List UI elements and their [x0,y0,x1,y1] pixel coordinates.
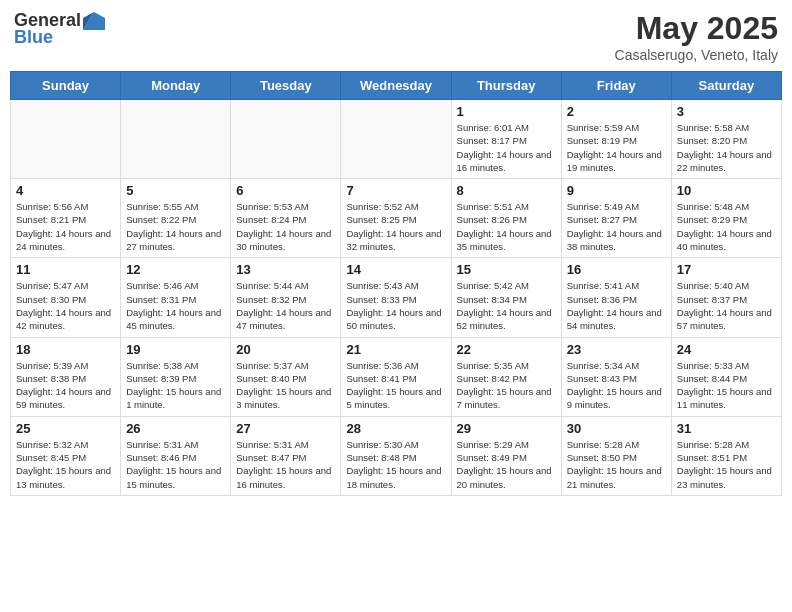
day-info: Sunrise: 5:55 AMSunset: 8:22 PMDaylight:… [126,200,225,253]
calendar-cell [341,100,451,179]
calendar-cell: 2Sunrise: 5:59 AMSunset: 8:19 PMDaylight… [561,100,671,179]
day-info: Sunrise: 5:37 AMSunset: 8:40 PMDaylight:… [236,359,335,412]
calendar-cell: 16Sunrise: 5:41 AMSunset: 8:36 PMDayligh… [561,258,671,337]
calendar-cell: 8Sunrise: 5:51 AMSunset: 8:26 PMDaylight… [451,179,561,258]
day-info: Sunrise: 5:43 AMSunset: 8:33 PMDaylight:… [346,279,445,332]
day-number: 2 [567,104,666,119]
calendar-cell: 1Sunrise: 6:01 AMSunset: 8:17 PMDaylight… [451,100,561,179]
calendar-cell: 28Sunrise: 5:30 AMSunset: 8:48 PMDayligh… [341,416,451,495]
day-number: 8 [457,183,556,198]
calendar-cell: 4Sunrise: 5:56 AMSunset: 8:21 PMDaylight… [11,179,121,258]
day-info: Sunrise: 5:56 AMSunset: 8:21 PMDaylight:… [16,200,115,253]
day-number: 4 [16,183,115,198]
day-info: Sunrise: 5:40 AMSunset: 8:37 PMDaylight:… [677,279,776,332]
calendar-cell: 18Sunrise: 5:39 AMSunset: 8:38 PMDayligh… [11,337,121,416]
day-info: Sunrise: 5:49 AMSunset: 8:27 PMDaylight:… [567,200,666,253]
calendar-week-row: 25Sunrise: 5:32 AMSunset: 8:45 PMDayligh… [11,416,782,495]
day-number: 26 [126,421,225,436]
logo: General Blue [14,10,105,48]
calendar-table: SundayMondayTuesdayWednesdayThursdayFrid… [10,71,782,496]
day-number: 3 [677,104,776,119]
day-info: Sunrise: 5:58 AMSunset: 8:20 PMDaylight:… [677,121,776,174]
day-of-week-header: Saturday [671,72,781,100]
calendar-week-row: 11Sunrise: 5:47 AMSunset: 8:30 PMDayligh… [11,258,782,337]
day-of-week-header: Thursday [451,72,561,100]
calendar-cell: 13Sunrise: 5:44 AMSunset: 8:32 PMDayligh… [231,258,341,337]
day-info: Sunrise: 5:47 AMSunset: 8:30 PMDaylight:… [16,279,115,332]
day-number: 12 [126,262,225,277]
day-info: Sunrise: 5:48 AMSunset: 8:29 PMDaylight:… [677,200,776,253]
calendar-cell [121,100,231,179]
calendar-week-row: 18Sunrise: 5:39 AMSunset: 8:38 PMDayligh… [11,337,782,416]
calendar-cell: 15Sunrise: 5:42 AMSunset: 8:34 PMDayligh… [451,258,561,337]
calendar-cell: 30Sunrise: 5:28 AMSunset: 8:50 PMDayligh… [561,416,671,495]
page-header: General Blue May 2025 Casalserugo, Venet… [10,10,782,63]
day-info: Sunrise: 5:28 AMSunset: 8:51 PMDaylight:… [677,438,776,491]
day-info: Sunrise: 5:42 AMSunset: 8:34 PMDaylight:… [457,279,556,332]
day-info: Sunrise: 5:53 AMSunset: 8:24 PMDaylight:… [236,200,335,253]
day-of-week-header: Wednesday [341,72,451,100]
day-of-week-header: Monday [121,72,231,100]
calendar-cell: 23Sunrise: 5:34 AMSunset: 8:43 PMDayligh… [561,337,671,416]
day-info: Sunrise: 5:59 AMSunset: 8:19 PMDaylight:… [567,121,666,174]
calendar-cell [231,100,341,179]
day-number: 7 [346,183,445,198]
day-number: 19 [126,342,225,357]
day-info: Sunrise: 6:01 AMSunset: 8:17 PMDaylight:… [457,121,556,174]
calendar-cell: 31Sunrise: 5:28 AMSunset: 8:51 PMDayligh… [671,416,781,495]
day-number: 11 [16,262,115,277]
day-number: 31 [677,421,776,436]
day-info: Sunrise: 5:30 AMSunset: 8:48 PMDaylight:… [346,438,445,491]
calendar-week-row: 1Sunrise: 6:01 AMSunset: 8:17 PMDaylight… [11,100,782,179]
day-info: Sunrise: 5:35 AMSunset: 8:42 PMDaylight:… [457,359,556,412]
day-number: 29 [457,421,556,436]
calendar-cell: 25Sunrise: 5:32 AMSunset: 8:45 PMDayligh… [11,416,121,495]
day-info: Sunrise: 5:52 AMSunset: 8:25 PMDaylight:… [346,200,445,253]
day-info: Sunrise: 5:31 AMSunset: 8:47 PMDaylight:… [236,438,335,491]
calendar-week-row: 4Sunrise: 5:56 AMSunset: 8:21 PMDaylight… [11,179,782,258]
logo-blue-text: Blue [14,27,53,48]
day-number: 22 [457,342,556,357]
day-info: Sunrise: 5:34 AMSunset: 8:43 PMDaylight:… [567,359,666,412]
day-info: Sunrise: 5:41 AMSunset: 8:36 PMDaylight:… [567,279,666,332]
day-info: Sunrise: 5:51 AMSunset: 8:26 PMDaylight:… [457,200,556,253]
day-of-week-header: Friday [561,72,671,100]
day-info: Sunrise: 5:28 AMSunset: 8:50 PMDaylight:… [567,438,666,491]
day-info: Sunrise: 5:38 AMSunset: 8:39 PMDaylight:… [126,359,225,412]
day-info: Sunrise: 5:33 AMSunset: 8:44 PMDaylight:… [677,359,776,412]
day-info: Sunrise: 5:39 AMSunset: 8:38 PMDaylight:… [16,359,115,412]
calendar-cell: 6Sunrise: 5:53 AMSunset: 8:24 PMDaylight… [231,179,341,258]
month-title: May 2025 [615,10,778,47]
calendar-cell: 21Sunrise: 5:36 AMSunset: 8:41 PMDayligh… [341,337,451,416]
day-number: 13 [236,262,335,277]
day-number: 14 [346,262,445,277]
day-number: 6 [236,183,335,198]
day-number: 1 [457,104,556,119]
day-number: 5 [126,183,225,198]
calendar-cell: 3Sunrise: 5:58 AMSunset: 8:20 PMDaylight… [671,100,781,179]
calendar-cell: 5Sunrise: 5:55 AMSunset: 8:22 PMDaylight… [121,179,231,258]
day-number: 10 [677,183,776,198]
day-number: 18 [16,342,115,357]
calendar-cell: 17Sunrise: 5:40 AMSunset: 8:37 PMDayligh… [671,258,781,337]
day-number: 23 [567,342,666,357]
day-info: Sunrise: 5:31 AMSunset: 8:46 PMDaylight:… [126,438,225,491]
day-number: 24 [677,342,776,357]
title-block: May 2025 Casalserugo, Veneto, Italy [615,10,778,63]
calendar-header-row: SundayMondayTuesdayWednesdayThursdayFrid… [11,72,782,100]
day-info: Sunrise: 5:46 AMSunset: 8:31 PMDaylight:… [126,279,225,332]
logo-icon [83,12,105,30]
calendar-cell [11,100,121,179]
day-number: 9 [567,183,666,198]
day-of-week-header: Sunday [11,72,121,100]
day-number: 25 [16,421,115,436]
day-number: 15 [457,262,556,277]
calendar-cell: 24Sunrise: 5:33 AMSunset: 8:44 PMDayligh… [671,337,781,416]
calendar-cell: 29Sunrise: 5:29 AMSunset: 8:49 PMDayligh… [451,416,561,495]
calendar-cell: 26Sunrise: 5:31 AMSunset: 8:46 PMDayligh… [121,416,231,495]
calendar-cell: 19Sunrise: 5:38 AMSunset: 8:39 PMDayligh… [121,337,231,416]
calendar-cell: 11Sunrise: 5:47 AMSunset: 8:30 PMDayligh… [11,258,121,337]
day-number: 16 [567,262,666,277]
day-number: 27 [236,421,335,436]
calendar-cell: 10Sunrise: 5:48 AMSunset: 8:29 PMDayligh… [671,179,781,258]
